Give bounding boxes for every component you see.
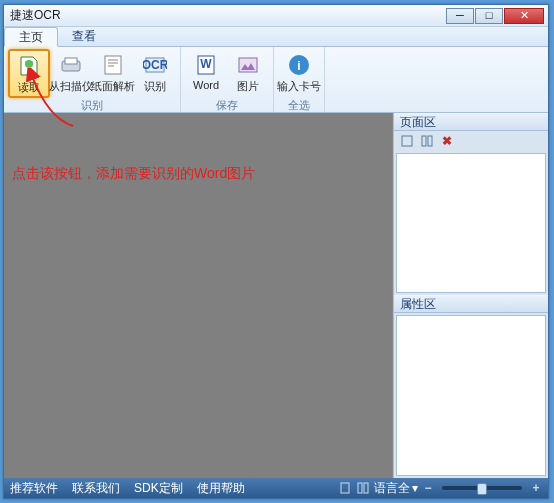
svg-rect-17 xyxy=(422,136,426,146)
tab-home[interactable]: 主页 xyxy=(4,27,58,47)
status-sdk-link[interactable]: SDK定制 xyxy=(134,480,183,497)
statusbar: 推荐软件 联系我们 SDK定制 使用帮助 语言全 ▾ − + xyxy=(4,478,548,498)
card-button[interactable]: i 输入卡号 xyxy=(278,49,320,98)
image-label: 图片 xyxy=(237,79,259,94)
pages-view2-icon[interactable] xyxy=(420,134,434,148)
close-button[interactable]: ✕ xyxy=(504,8,544,24)
read-icon xyxy=(16,53,42,79)
word-icon: W xyxy=(193,52,219,78)
ribbon-group-all: i 输入卡号 全选 xyxy=(274,47,325,112)
pages-panel: 页面区 ✖ xyxy=(394,113,548,295)
svg-text:i: i xyxy=(297,59,300,73)
parse-icon xyxy=(100,52,126,78)
maximize-button[interactable]: □ xyxy=(475,8,503,24)
chevron-down-icon: ▾ xyxy=(412,481,418,495)
group-recognize-label: 识别 xyxy=(8,98,176,112)
content-area: 点击该按钮，添加需要识别的Word图片 页面区 ✖ 属性区 xyxy=(4,113,548,478)
tab-view[interactable]: 查看 xyxy=(58,27,110,46)
scanner-icon xyxy=(58,52,84,78)
svg-rect-21 xyxy=(364,483,368,493)
status-recommend-link[interactable]: 推荐软件 xyxy=(10,480,58,497)
window-title: 捷速OCR xyxy=(8,7,445,24)
word-label: Word xyxy=(193,79,219,91)
titlebar[interactable]: 捷速OCR ─ □ ✕ xyxy=(4,5,548,27)
annotation-text: 点击该按钮，添加需要识别的Word图片 xyxy=(12,165,255,183)
parse-button[interactable]: 纸面解析 xyxy=(92,49,134,98)
minimize-button[interactable]: ─ xyxy=(446,8,474,24)
ribbon-group-save: W Word 图片 保存 xyxy=(181,47,274,112)
status-page-icon[interactable] xyxy=(338,481,352,495)
recognize-label: 识别 xyxy=(144,79,166,94)
svg-rect-19 xyxy=(341,483,349,493)
work-area[interactable]: 点击该按钮，添加需要识别的Word图片 xyxy=(4,113,393,478)
scanner-button[interactable]: 从扫描仪 xyxy=(50,49,92,98)
svg-rect-18 xyxy=(428,136,432,146)
scanner-label: 从扫描仪 xyxy=(49,79,93,94)
image-button[interactable]: 图片 xyxy=(227,49,269,98)
svg-rect-20 xyxy=(358,483,362,493)
info-icon: i xyxy=(286,52,312,78)
pages-delete-icon[interactable]: ✖ xyxy=(440,134,454,148)
props-panel-body[interactable] xyxy=(396,315,546,476)
parse-label: 纸面解析 xyxy=(91,79,135,94)
window-buttons: ─ □ ✕ xyxy=(445,8,544,24)
group-all-label: 全选 xyxy=(278,98,320,112)
group-save-label: 保存 xyxy=(185,98,269,112)
image-icon xyxy=(235,52,261,78)
word-button[interactable]: W Word xyxy=(185,49,227,98)
zoom-in-button[interactable]: + xyxy=(530,482,542,494)
status-contact-link[interactable]: 联系我们 xyxy=(72,480,120,497)
svg-point-0 xyxy=(25,60,33,68)
ocr-icon: OCR xyxy=(142,52,168,78)
pages-panel-body[interactable] xyxy=(396,153,546,293)
status-help-link[interactable]: 使用帮助 xyxy=(197,480,245,497)
pages-panel-header: 页面区 xyxy=(394,113,548,131)
svg-rect-2 xyxy=(65,58,77,64)
props-panel: 属性区 xyxy=(394,295,548,478)
card-label: 输入卡号 xyxy=(277,79,321,94)
app-window: 捷速OCR ─ □ ✕ 主页 查看 读取 xyxy=(3,4,549,499)
ribbon-group-recognize: 读取 从扫描仪 纸面解析 OCR xyxy=(4,47,181,112)
recognize-button[interactable]: OCR 识别 xyxy=(134,49,176,98)
svg-rect-3 xyxy=(105,56,121,74)
side-panel: 页面区 ✖ 属性区 xyxy=(393,113,548,478)
props-panel-header: 属性区 xyxy=(394,295,548,313)
pages-view1-icon[interactable] xyxy=(400,134,414,148)
ribbon: 读取 从扫描仪 纸面解析 OCR xyxy=(4,47,548,113)
zoom-slider[interactable] xyxy=(442,486,522,490)
zoom-out-button[interactable]: − xyxy=(422,482,434,494)
read-label: 读取 xyxy=(18,80,40,95)
svg-rect-16 xyxy=(402,136,412,146)
status-lang-label: 语言全 xyxy=(374,480,410,497)
svg-text:OCR: OCR xyxy=(143,58,167,72)
pages-panel-tools: ✖ xyxy=(394,131,548,151)
menubar: 主页 查看 xyxy=(4,27,548,47)
status-layout-icon[interactable] xyxy=(356,481,370,495)
status-language-selector[interactable]: 语言全 ▾ xyxy=(374,480,418,497)
statusbar-right: 语言全 ▾ − + xyxy=(338,480,542,497)
svg-text:W: W xyxy=(200,57,212,71)
read-button[interactable]: 读取 xyxy=(8,49,50,98)
